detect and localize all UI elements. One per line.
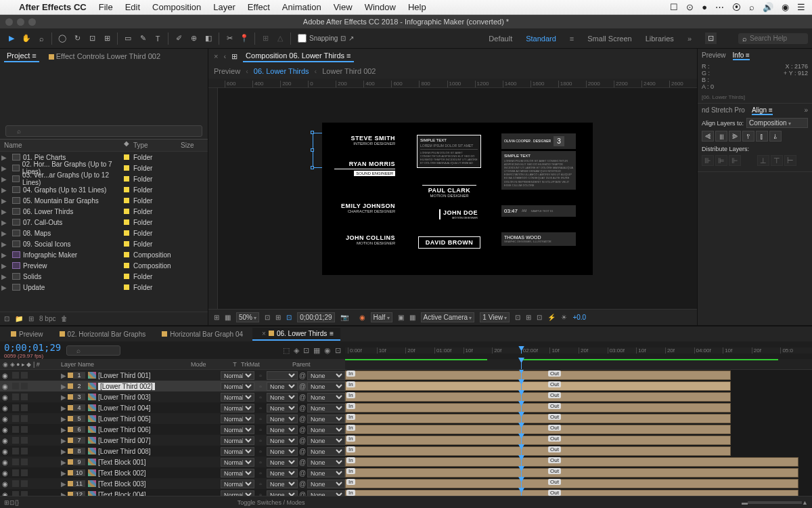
visibility-toggle[interactable]: ◉ xyxy=(0,491,9,496)
blend-mode-dropdown[interactable]: Normal xyxy=(221,404,254,412)
timeline-layer-row[interactable]: ◉ ▶ 12 [Text Block 004] Normal ▫ None @ … xyxy=(0,489,812,496)
pickwhip-icon[interactable]: @ xyxy=(298,469,307,477)
layer-bar[interactable] xyxy=(345,490,798,496)
channel-icon[interactable]: ◉ xyxy=(359,314,365,321)
bc-lowerthirds[interactable]: 06. Lower Thirds xyxy=(254,67,309,75)
in-label[interactable]: In xyxy=(346,381,355,387)
timeline-tab[interactable]: Preview xyxy=(4,329,50,340)
timeline-layer-row[interactable]: ◉ ▶ 11 [Text Block 003] Normal ▫ None @ … xyxy=(0,478,812,489)
pickwhip-icon[interactable]: @ xyxy=(298,404,307,412)
visibility-toggle[interactable]: ◉ xyxy=(0,480,9,488)
in-label[interactable]: In xyxy=(346,371,355,377)
out-label[interactable]: Out xyxy=(548,403,561,409)
toggle-switches-button[interactable]: Toggle Switches / Modes xyxy=(238,499,305,506)
visibility-toggle[interactable]: ◉ xyxy=(0,394,9,401)
traffic-lights[interactable] xyxy=(5,18,36,26)
selection-tool[interactable]: ▶ xyxy=(4,31,19,46)
pen-tool[interactable]: ✎ xyxy=(135,31,150,46)
out-label[interactable]: Out xyxy=(548,371,561,377)
pickwhip-icon[interactable]: @ xyxy=(298,372,307,379)
timeline-tab[interactable]: × 06. Lower Thirds ≡ xyxy=(252,328,340,341)
ws-default[interactable]: Default xyxy=(489,35,512,43)
layer-bar[interactable] xyxy=(345,457,798,467)
sel-handle-tl[interactable] xyxy=(311,131,314,134)
ws-overflow-icon[interactable]: » xyxy=(687,35,692,43)
tl-zoom-slider[interactable] xyxy=(748,501,802,504)
blend-mode-dropdown[interactable]: Normal xyxy=(221,436,254,445)
zoom-tool[interactable]: ⌕ xyxy=(34,31,49,46)
tl-icon-1[interactable]: ⬚ xyxy=(283,346,290,355)
timeline-layer-row[interactable]: ◉ ▶ 9 [Text Block 001] Normal ▫ None @ N… xyxy=(0,457,812,467)
out-label[interactable]: Out xyxy=(548,381,561,387)
in-label[interactable]: In xyxy=(346,392,355,398)
menu-icon[interactable]: ☰ xyxy=(797,2,805,12)
layer-bar[interactable] xyxy=(345,403,731,412)
layer-bar[interactable] xyxy=(345,468,798,478)
align-target-dropdown[interactable]: Composition xyxy=(746,118,808,128)
vf-icon2[interactable]: ⊞ xyxy=(526,314,531,321)
ws-libraries[interactable]: Libraries xyxy=(646,35,674,43)
in-label[interactable]: In xyxy=(346,425,355,431)
layer-bar[interactable] xyxy=(345,371,731,380)
comp-nav-back-icon[interactable]: ‹ xyxy=(223,52,226,60)
project-item[interactable]: ▶PreviewComposition xyxy=(0,260,208,271)
out-label[interactable]: Out xyxy=(548,414,561,420)
roto-tool[interactable]: ✂ xyxy=(222,31,237,46)
puppet-tool[interactable]: 📍 xyxy=(237,31,252,46)
out-label[interactable]: Out xyxy=(548,436,561,442)
pickwhip-icon[interactable]: @ xyxy=(298,437,307,444)
search-icon[interactable]: ⌕ xyxy=(749,2,754,12)
trkmat-dropdown[interactable]: None xyxy=(267,415,298,423)
pickwhip-icon[interactable]: @ xyxy=(298,394,307,401)
blend-mode-dropdown[interactable]: Normal xyxy=(221,415,254,423)
in-label[interactable]: In xyxy=(346,414,355,420)
out-label[interactable]: Out xyxy=(548,425,561,431)
in-label[interactable]: In xyxy=(346,468,355,474)
timeline-layer-row[interactable]: ◉ ▶ 3 [Lower Third 003] Normal ▫ None @ … xyxy=(0,391,812,402)
snap-opt-icon[interactable]: ⊡ xyxy=(340,35,346,42)
composition-viewer[interactable]: STEVE SMITH INTERIOR DESIGNER RYAN MORRI… xyxy=(218,88,697,309)
align-hcenter-icon[interactable]: ⫼ xyxy=(715,131,727,142)
rectangle-tool[interactable]: ▭ xyxy=(120,31,135,46)
trkmat-dropdown[interactable]: None xyxy=(267,490,298,496)
timeline-layer-row[interactable]: ◉ ▶ 4 [Lower Third 004] Normal ▫ None @ … xyxy=(0,402,812,413)
ws-settings-icon[interactable]: ⊡ xyxy=(705,33,717,44)
trkmat-dropdown[interactable]: None xyxy=(267,458,298,467)
trkmat-dropdown[interactable]: None xyxy=(267,469,298,478)
menu-effect[interactable]: Effect xyxy=(248,2,270,12)
layer-bar[interactable] xyxy=(345,436,731,445)
vf-icon3[interactable]: ⊡ xyxy=(537,314,542,321)
vf-icon1[interactable]: ⊡ xyxy=(515,314,520,321)
dropbox-icon[interactable]: ☐ xyxy=(670,2,678,12)
menu-edit[interactable]: Edit xyxy=(125,2,140,12)
tl-frame-blend-icon[interactable]: ▦ xyxy=(313,346,320,355)
visibility-toggle[interactable]: ◉ xyxy=(0,372,9,379)
siri-icon[interactable]: ◉ xyxy=(782,2,789,12)
dots-icon[interactable]: ⋯ xyxy=(715,2,724,12)
tab-effect-controls[interactable]: Effect Controls Lower Third 002 xyxy=(46,51,163,62)
project-item[interactable]: ▶07. Call-OutsFolder xyxy=(0,217,208,228)
blend-mode-dropdown[interactable]: Normal xyxy=(221,480,254,488)
tab-preview-panel[interactable]: Preview xyxy=(702,51,726,60)
visibility-toggle[interactable]: ◉ xyxy=(0,437,9,444)
cc-icon[interactable]: ⊙ xyxy=(686,2,694,12)
menu-composition[interactable]: Composition xyxy=(152,2,201,12)
project-item[interactable]: ▶Infographic MakerComposition xyxy=(0,249,208,260)
zoom-dropdown[interactable]: 50% xyxy=(236,312,259,322)
pickwhip-icon[interactable]: @ xyxy=(298,480,307,488)
in-label[interactable]: In xyxy=(346,436,355,442)
visibility-toggle[interactable]: ◉ xyxy=(0,415,9,423)
status-icon[interactable]: ● xyxy=(702,2,707,12)
timeline-timecode[interactable]: 0;00;01;29 xyxy=(4,342,61,353)
timeline-tab[interactable]: Horizontal Bar Graph 04 xyxy=(155,329,250,340)
panel-overflow-icon[interactable]: » xyxy=(804,106,808,115)
trash-icon[interactable]: 🗑 xyxy=(61,315,68,322)
timeline-layer-row[interactable]: ◉ ▶ 7 [Lower Third 007] Normal ▫ None @ … xyxy=(0,435,812,446)
layer-bar[interactable] xyxy=(345,425,731,434)
visibility-toggle[interactable]: ◉ xyxy=(0,383,9,390)
pickwhip-icon[interactable]: @ xyxy=(298,426,307,433)
clone-tool[interactable]: ⊕ xyxy=(186,31,201,46)
project-item[interactable]: ▶04. Graphs (Up to 31 Lines)Folder xyxy=(0,184,208,195)
trkmat-dropdown[interactable]: None xyxy=(267,480,298,488)
layer-bar[interactable] xyxy=(345,381,731,391)
